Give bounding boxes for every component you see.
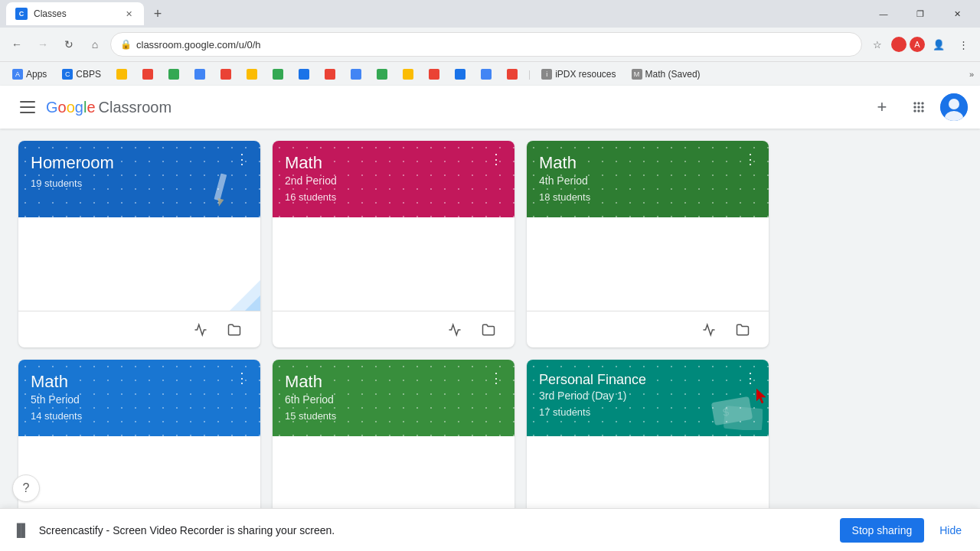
card-math-5th-menu-button[interactable]: ⋮: [230, 366, 254, 390]
bookmark-5[interactable]: [162, 67, 185, 81]
card-math-6th-students: 15 students: [285, 410, 502, 422]
math-2nd-folder-button[interactable]: [475, 316, 502, 344]
google-apps-button[interactable]: [903, 92, 934, 122]
maximize-button[interactable]: ❐: [903, 2, 937, 25]
ipdx-label: iPDX resouces: [555, 69, 616, 80]
bookmark-3[interactable]: [110, 67, 133, 81]
account-icon[interactable]: 👤: [928, 34, 949, 55]
bookmark-cbps[interactable]: C CBPS: [56, 67, 107, 81]
bm-icon-5: [168, 69, 179, 80]
bookmark-ipdx[interactable]: i iPDX resouces: [535, 67, 622, 81]
hide-button[interactable]: Hide: [933, 518, 968, 543]
screen-share-bar: ▐▌ Screencastify - Screen Video Recorder…: [0, 508, 980, 551]
refresh-button[interactable]: ↻: [58, 34, 80, 55]
address-url[interactable]: classroom.google.com/u/0/h: [136, 39, 261, 51]
close-window-button[interactable]: ✕: [940, 2, 974, 25]
card-math-6th-title: Math: [285, 372, 502, 392]
tab-favicon: C: [15, 8, 28, 20]
window-controls: — ❐ ✕: [867, 2, 974, 25]
extension-icon-1[interactable]: [891, 37, 906, 52]
user-avatar[interactable]: [940, 93, 968, 121]
toolbar-icons: ☆ A 👤 ⋮: [867, 34, 974, 55]
bm-icon-14: [403, 69, 413, 80]
card-math-6th-subtitle: 6th Period: [285, 393, 502, 406]
math-4th-activity-button[interactable]: [695, 316, 723, 344]
hamburger-menu-button[interactable]: [12, 92, 43, 122]
tab-close-button[interactable]: ✕: [122, 8, 135, 20]
bookmark-6[interactable]: [188, 67, 211, 81]
bookmark-7[interactable]: [214, 67, 237, 81]
math-2nd-activity-button[interactable]: [441, 316, 469, 344]
bookmark-math-saved[interactable]: M Math (Saved): [626, 67, 707, 81]
svg-rect-3: [214, 174, 227, 201]
card-personal-finance-menu-button[interactable]: ⋮: [738, 366, 763, 390]
bookmarks-overflow-button[interactable]: »: [969, 70, 974, 79]
bookmark-13[interactable]: [371, 67, 394, 81]
card-math-4th[interactable]: Math 4th Period 18 students ⋮: [527, 141, 769, 347]
bm-icon-10: [299, 69, 309, 80]
card-math-2nd-menu-button[interactable]: ⋮: [484, 147, 508, 171]
bookmark-star-icon[interactable]: ☆: [867, 34, 888, 55]
minimize-button[interactable]: —: [867, 2, 900, 25]
card-homeroom-footer: [18, 311, 260, 347]
bookmark-15[interactable]: [423, 67, 446, 81]
svg-point-1: [949, 99, 959, 109]
screen-share-message: Screencastify - Screen Video Recorder is…: [39, 524, 831, 536]
logo-o1: o: [58, 99, 67, 116]
card-homeroom[interactable]: Homeroom 19 students ⋮: [18, 141, 260, 347]
card-homeroom-menu-button[interactable]: ⋮: [230, 147, 254, 171]
bookmark-17[interactable]: [475, 67, 498, 81]
main-content: Homeroom 19 students ⋮: [0, 129, 980, 551]
forward-button[interactable]: →: [32, 34, 54, 55]
add-class-button[interactable]: +: [867, 92, 897, 122]
card-math-4th-menu-button[interactable]: ⋮: [738, 147, 763, 171]
card-math-2nd[interactable]: Math 2nd Period 16 students ⋮: [273, 141, 514, 347]
card-math-4th-students: 18 students: [539, 191, 756, 203]
bookmark-10[interactable]: [292, 67, 315, 81]
bookmark-16[interactable]: [449, 67, 472, 81]
bookmark-14[interactable]: [397, 67, 420, 81]
card-math-5th-subtitle: 5th Period: [31, 393, 248, 406]
bm-icon-13: [377, 69, 387, 80]
homeroom-activity-button[interactable]: [187, 316, 214, 344]
app-header: Google Classroom +: [0, 86, 980, 129]
browser-toolbar: ← → ↻ ⌂ 🔒 classroom.google.com/u/0/h ☆ A…: [0, 28, 980, 61]
bookmark-4[interactable]: [136, 67, 159, 81]
card-math-6th-menu-button[interactable]: ⋮: [484, 366, 508, 390]
homeroom-folder-button[interactable]: [220, 316, 248, 344]
browser-tab[interactable]: C Classes ✕: [6, 2, 144, 25]
more-options-icon[interactable]: ⋮: [952, 34, 974, 55]
bookmark-12[interactable]: [345, 67, 368, 81]
logo-classroom: Classroom: [99, 99, 172, 116]
screen-share-icon: ▐▌: [12, 523, 30, 537]
math-4th-folder-button[interactable]: [729, 316, 756, 344]
math-saved-label: Math (Saved): [645, 69, 701, 80]
card-math-4th-body: [527, 217, 769, 311]
bookmark-8[interactable]: [240, 67, 263, 81]
bookmark-11[interactable]: [318, 67, 341, 81]
cbps-bookmark-icon: C: [62, 69, 73, 80]
card-math-4th-subtitle: 4th Period: [539, 174, 756, 187]
address-bar[interactable]: 🔒 classroom.google.com/u/0/h: [110, 32, 862, 57]
bookmark-apps[interactable]: A Apps: [6, 67, 53, 81]
bm-icon-12: [351, 69, 361, 80]
new-tab-button[interactable]: +: [147, 3, 168, 24]
card-math-5th-header: Math 5th Period 14 students ⋮: [18, 360, 260, 436]
card-math-2nd-subtitle: 2nd Period: [285, 174, 502, 187]
app-logo[interactable]: Google Classroom: [46, 99, 172, 116]
logo-g: G: [46, 99, 58, 116]
back-button[interactable]: ←: [6, 34, 28, 55]
bm-icon-18: [507, 69, 518, 80]
card-math-2nd-students: 16 students: [285, 191, 502, 203]
adblock-icon[interactable]: A: [910, 37, 925, 52]
help-button[interactable]: ?: [12, 474, 40, 502]
card-math-4th-footer: [527, 311, 769, 347]
home-button[interactable]: ⌂: [84, 34, 106, 55]
card-math-2nd-body: [273, 217, 514, 311]
bookmark-18[interactable]: [501, 67, 524, 81]
bookmark-9[interactable]: [266, 67, 289, 81]
cards-grid: Homeroom 19 students ⋮: [18, 141, 769, 551]
card-personal-finance-header: Personal Finance 3rd Period (Day 1) 17 s…: [527, 360, 769, 436]
card-math-2nd-footer: [273, 311, 514, 347]
stop-sharing-button[interactable]: Stop sharing: [840, 518, 925, 543]
